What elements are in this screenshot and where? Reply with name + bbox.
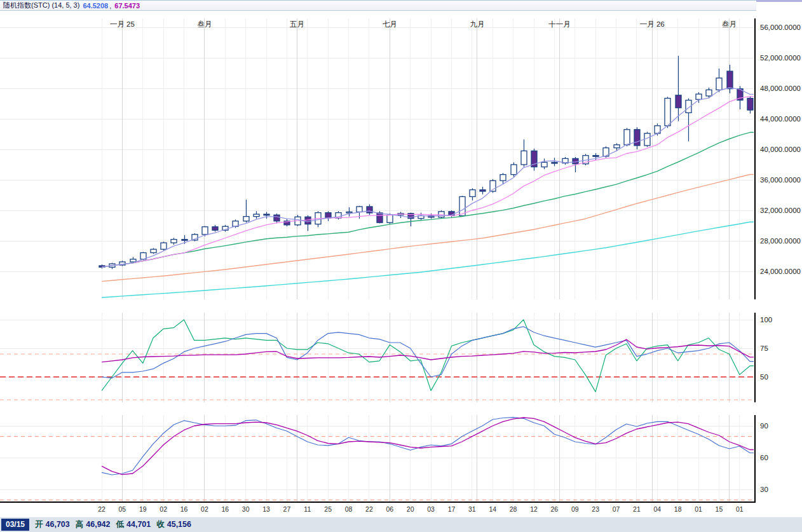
main-gridlines [0,18,755,299]
svg-text:36,000.0000: 36,000.0000 [760,176,801,184]
candle [665,97,670,128]
x-axis-tick-label: 02 [196,505,214,513]
svg-text:五月: 五月 [289,20,304,28]
x-axis-tick-label: 28 [505,505,522,513]
svg-text:56,000.0000: 56,000.0000 [760,24,801,31]
x-axis-tick-label: 21 [628,505,646,513]
x-axis-tick-label: 04 [648,505,666,513]
candle [531,149,537,171]
candle [644,132,650,147]
ohlc-label: 低 [116,520,125,529]
candle [212,225,218,232]
x-axis-tick-label: 01 [731,505,749,513]
candle [418,213,424,221]
ohlc-label: 高 [76,520,84,529]
svg-text:30: 30 [760,486,768,493]
main-chart-canvas[interactable]: 56,000.000052,000.000048,000.000044,000.… [0,10,802,299]
svg-text:40,000.0000: 40,000.0000 [760,146,801,153]
x-axis-tick-label: 01 [690,505,707,513]
candle [470,188,475,200]
svg-text:七月: 七月 [383,20,397,28]
x-axis-tick-label: 08 [340,505,358,513]
x-axis-tick-label: 27 [278,505,296,513]
x-axis-tick-label: 11 [299,505,316,513]
chart-window: 简单移动平均线(SMA) (4, 9, 25, 50, 100) (4): 47… [0,0,802,532]
x-axis-tick-label: 06 [381,505,398,513]
ohlc-pair: 收45,156 [156,520,191,529]
svg-text:一月 26: 一月 26 [640,20,665,28]
x-axis-tick-label: 25 [319,505,337,513]
ohlc-label: 收 [156,520,165,529]
rsi-lines [102,320,754,392]
svg-text:44,000.0000: 44,000.0000 [760,115,801,123]
x-axis-tick-label: 09 [566,505,584,513]
status-date-badge: 03/15 [1,519,29,531]
candle [686,99,691,142]
x-axis-tick-label: 22 [360,505,378,513]
candle [562,157,568,165]
candle [161,242,167,250]
candle [438,210,444,218]
candle [284,219,290,226]
x-axis-tick-label: 26 [545,505,563,513]
x-axis-tick-label: 17 [442,505,460,513]
stc-panel-header[interactable]: 随机指数(STC) (14, 5, 3) 64.5208, 67.5473 [0,0,756,11]
status-ohlc: 开46,703高46,942低44,701收45,156 [35,519,197,530]
x-axis-tick-label: 22 [93,505,111,513]
candle [171,238,177,245]
candle [511,162,517,177]
candle [346,207,352,216]
svg-text:32,000.0000: 32,000.0000 [760,207,801,214]
x-axis-tick-label: 14 [484,505,501,513]
candle [325,211,331,221]
svg-text:75: 75 [760,344,768,352]
candle [716,69,722,92]
svg-text:24,000.0000: 24,000.0000 [760,268,801,275]
x-axis-tick-label: 12 [525,505,543,513]
ohlc-value: 45,156 [167,520,191,529]
svg-text:28,000.0000: 28,000.0000 [760,237,801,245]
x-axis-tick-label: 07 [608,505,625,513]
ohlc-value: 46,703 [46,520,70,529]
svg-text:50: 50 [760,373,768,381]
x-axis-tick-label: 23 [587,505,604,513]
ohlc-pair: 开46,703 [35,520,70,529]
candle [151,248,156,254]
candle [264,212,269,219]
candle [305,215,311,231]
svg-text:叁月: 叁月 [197,20,212,28]
candle [367,204,372,215]
x-axis-tick-label: 30 [237,505,255,513]
stc-title: 随机指数(STC) (14, 5, 3) [3,1,79,10]
x-axis-tick-label: 02 [154,505,172,513]
stc-chart-canvas[interactable]: 906030 [0,415,802,503]
candle [480,187,486,194]
candle [500,173,506,184]
svg-text:100: 100 [760,316,772,324]
ohlc-value: 46,942 [86,520,110,529]
x-axis-tick-label: 03 [422,505,440,513]
candle [398,212,404,218]
ohlc-label: 开 [35,520,43,529]
svg-text:60: 60 [760,454,768,461]
candle [222,225,228,232]
svg-text:52,000.0000: 52,000.0000 [760,54,801,62]
candle [747,97,753,114]
candle [243,200,249,222]
x-axis-tick-label: 19 [134,505,152,513]
x-axis-labels: 2205190216021630132711250822062003173114… [0,503,802,517]
svg-text:90: 90 [760,422,768,430]
indicator-value: 64.5208 [83,2,108,10]
candle [336,211,341,219]
month-labels: 一月 25叁月五月七月九月十一月一月 26叁月 [110,20,737,28]
x-axis-tick-label: 31 [463,505,481,513]
ohlc-pair: 高46,942 [76,520,111,529]
rsi-gridlines [0,313,755,402]
rsi-chart-canvas[interactable]: 1007550 [0,313,802,402]
main-y-axis: 56,000.000052,000.000048,000.000044,000.… [755,18,801,299]
x-axis-tick-label: 16 [175,505,193,513]
svg-text:48,000.0000: 48,000.0000 [760,85,801,92]
rsi-y-axis: 1007550 [755,313,772,402]
status-bar: 03/15 开46,703高46,942低44,701收45,156 [0,517,802,532]
svg-text:叁月: 叁月 [722,20,737,28]
